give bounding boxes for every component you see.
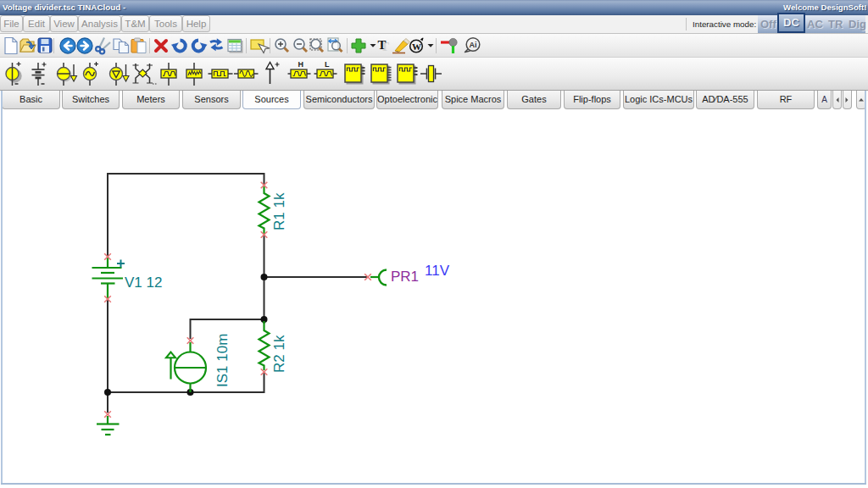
svg-text:11V: 11V (425, 263, 450, 279)
svg-text:V1 12: V1 12 (125, 274, 162, 291)
svg-text:R2 1k: R2 1k (271, 335, 287, 373)
svg-text:R1 1k: R1 1k (271, 192, 287, 230)
svg-text:IS1 10m: IS1 10m (214, 334, 231, 387)
svg-text:PR1: PR1 (391, 269, 419, 285)
